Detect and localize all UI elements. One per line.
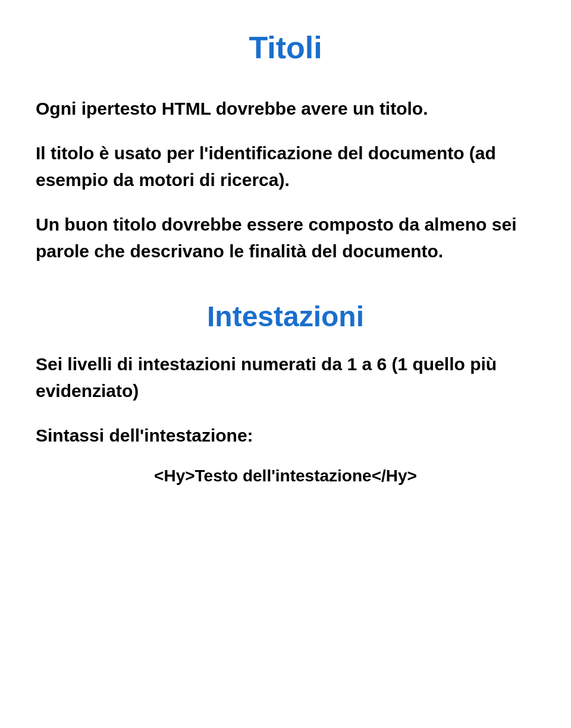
section-title-intestazioni: Intestazioni <box>36 300 535 333</box>
paragraph-1: Ogni ipertesto HTML dovrebbe avere un ti… <box>36 95 535 122</box>
intestazioni-code: <Hy>Testo dell'intestazione</Hy> <box>36 467 535 486</box>
intestazioni-para2: Sintassi dell'intestazione: <box>36 422 535 449</box>
paragraph-2: Il titolo è usato per l'identificazione … <box>36 140 535 193</box>
page-title: Titoli <box>36 30 535 65</box>
intestazioni-para1: Sei livelli di intestazioni numerati da … <box>36 351 535 404</box>
paragraph-3: Un buon titolo dovrebbe essere composto … <box>36 211 535 264</box>
section-intestazioni: Intestazioni Sei livelli di intestazioni… <box>36 300 535 486</box>
